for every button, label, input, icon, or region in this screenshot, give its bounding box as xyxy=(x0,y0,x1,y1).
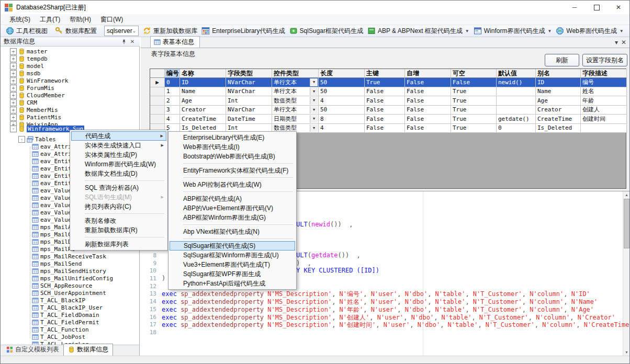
submenu-item-0[interactable]: EnterpriseLibrary代码生成(E) xyxy=(170,133,295,142)
submenu-item-6[interactable]: Web API控制器代码生成(W) xyxy=(170,180,295,189)
maximize-button[interactable] xyxy=(586,1,608,14)
grid-cell[interactable]: ID xyxy=(180,78,226,87)
sidebar-item-table-11[interactable]: mps_MailAt xyxy=(32,223,75,231)
grid-cell[interactable]: 创建时间 xyxy=(581,115,627,124)
grid-cell[interactable]: Int xyxy=(226,96,272,106)
sidebar-item-table-23[interactable]: T_ACL_FieldDomain xyxy=(32,311,99,318)
sidebar-item-msdb[interactable]: +msdb xyxy=(10,70,41,77)
refresh-button[interactable]: 刷新 xyxy=(545,54,579,66)
sidebar-item-table-7[interactable]: eav_Value_ xyxy=(32,194,75,201)
sidebar-item-table-21[interactable]: T_ACL_BlackIP xyxy=(32,297,85,304)
grid-header-9[interactable]: 默认值 xyxy=(497,69,536,78)
grid-header-selector[interactable] xyxy=(150,69,165,78)
grid-header-6[interactable]: 主键 xyxy=(365,69,405,78)
submenu-item-1[interactable]: Web界面代码生成(I) xyxy=(170,142,295,152)
sidebar-item-table-16[interactable]: mps_MailSend xyxy=(32,260,82,267)
grid-cell[interactable]: NVarChar xyxy=(226,106,272,115)
sidebar-item-table-5[interactable]: eav_Entity xyxy=(32,179,75,187)
grid-cell[interactable]: Age xyxy=(536,96,581,106)
grid-cell[interactable]: 单行文本▼ xyxy=(272,78,319,87)
sidebar-item-table-2[interactable]: eav_Entity xyxy=(32,157,75,165)
cell-dropdown-button[interactable]: ▼ xyxy=(310,115,318,123)
submenu-item-18[interactable]: Python+FastApi后端代码生成 xyxy=(170,279,295,288)
grid-cell[interactable]: False xyxy=(405,96,451,106)
sidebar-item-table-1[interactable]: eav_Attrib xyxy=(32,150,75,157)
grid-cell[interactable] xyxy=(581,124,627,133)
context-menu-item-4[interactable]: 数据库文档生成(D) xyxy=(71,169,166,178)
cell-dropdown-button[interactable]: ▼ xyxy=(310,124,318,132)
context-menu-item-1[interactable]: 实体类生成快速入口▶ xyxy=(71,141,166,150)
sidebar-item-table-19[interactable]: SCH_AppResource xyxy=(32,282,92,289)
context-menu-item-3[interactable]: Winform界面代码生成(W) xyxy=(71,160,166,169)
context-menu-item-2[interactable]: 实体类属性生成(P) xyxy=(71,150,166,160)
sidebar-item-table-6[interactable]: eav_Value_ xyxy=(32,187,75,194)
grid-cell[interactable]: 0 xyxy=(497,124,536,133)
grid-cell[interactable]: False xyxy=(405,115,451,124)
sidebar-item-table-25[interactable]: T_ACL_Function xyxy=(32,326,89,333)
sidebar-item-tables[interactable]: -Tables xyxy=(18,135,56,143)
grid-cell[interactable]: True xyxy=(451,115,497,124)
submenu-item-4[interactable]: EntityFramework实体框架代码生成(F) xyxy=(170,166,295,175)
grid-row-selector[interactable] xyxy=(150,87,165,97)
sidebar-item-table-26[interactable]: T_ACL_JobPost xyxy=(32,333,85,340)
grid-cell[interactable]: 4 xyxy=(165,115,180,124)
grid-cell[interactable]: True xyxy=(365,78,405,87)
scrollbar-thumb[interactable] xyxy=(624,199,629,248)
toolbar-web-button[interactable]: Web界面代码生成 ▼ xyxy=(554,26,625,36)
grid-cell[interactable]: 姓名 xyxy=(581,87,627,97)
grid-cell[interactable]: 数值类型▼ xyxy=(272,96,319,106)
grid-cell[interactable]: False xyxy=(451,78,497,87)
grid-cell[interactable]: False xyxy=(405,78,451,87)
dropdown-arrow-icon[interactable]: ▼ xyxy=(547,29,552,33)
grid-cell[interactable]: DateTime xyxy=(226,115,272,124)
grid-cell[interactable]: Creator xyxy=(180,106,226,115)
close-button[interactable]: ✕ xyxy=(608,1,629,14)
context-menu-item-11[interactable]: 重新加载数据库(R) xyxy=(71,225,166,235)
sidebar-item-ForumMis[interactable]: +ForumMis xyxy=(10,84,54,92)
context-menu-item-10[interactable]: 表别名修改 xyxy=(71,216,166,225)
grid-row-selector[interactable] xyxy=(150,106,165,115)
sidebar-item-tempdb[interactable]: +tempdb xyxy=(10,55,48,62)
grid-cell[interactable]: getdate() xyxy=(497,115,536,124)
sidebar-item-table-22[interactable]: T_ACL_BlackIP_User xyxy=(32,304,103,311)
toolbar-sqlsugar-button[interactable]: SqlSugar框架代码生成 xyxy=(287,26,365,36)
toolbar-abp-button[interactable]: ABP & ABPNext 框架代码生成 ▼ xyxy=(365,26,471,36)
grid-cell[interactable]: 2 xyxy=(165,96,180,106)
grid-cell[interactable]: True xyxy=(451,106,497,115)
tab-table-basic-info[interactable]: 表基本信息 xyxy=(150,36,200,48)
editor-vertical-scrollbar[interactable]: ▲ ▼ xyxy=(623,191,630,356)
grid-cell[interactable]: False xyxy=(365,124,405,133)
dock-tab-1[interactable]: 数据库信息 xyxy=(63,344,113,356)
grid-cell[interactable]: ID xyxy=(536,78,581,87)
grid-cell[interactable]: 年龄 xyxy=(581,96,627,106)
grid-cell[interactable]: Name xyxy=(536,87,581,97)
grid-cell[interactable]: False xyxy=(405,106,451,115)
submenu-item-2[interactable]: Bootstrap的Web界面代码生成(B) xyxy=(170,152,295,161)
menubar-item-2[interactable]: 帮助(H) xyxy=(65,14,96,25)
grid-cell[interactable]: 3 xyxy=(165,106,180,115)
grid-cell[interactable]: Name xyxy=(180,87,226,97)
toolbar-dbconfig-button[interactable]: 数据库配置 xyxy=(53,26,99,36)
sidebar-item-model[interactable]: +model xyxy=(10,62,44,70)
minimize-button[interactable]: ─ xyxy=(564,1,586,14)
grid-cell[interactable]: CreateTime xyxy=(180,115,226,124)
database-type-combobox[interactable]: sqlserver ⌄ xyxy=(104,26,139,36)
toolbar-entlib-button[interactable]: EnterpriseLibrary代码生成 xyxy=(199,26,287,36)
sidebar-item-table-0[interactable]: eav_Attrib xyxy=(32,143,75,150)
tab-list-chevron-icon[interactable]: ▾ xyxy=(615,39,618,46)
grid-header-2[interactable]: 名称 xyxy=(180,69,226,78)
scroll-up-arrow-icon[interactable]: ▲ xyxy=(623,191,630,198)
sidebar-item-CloudMember[interactable]: +CloudMember xyxy=(10,92,65,99)
grid-cell[interactable]: False xyxy=(365,115,405,124)
grid-cell[interactable]: True xyxy=(451,87,497,97)
grid-header-11[interactable]: 字段描述 xyxy=(581,69,627,78)
cell-dropdown-button[interactable]: ▼ xyxy=(310,78,318,86)
grid-cell[interactable]: 日期类型▼ xyxy=(272,115,319,124)
grid-cell[interactable]: NVarChar xyxy=(226,87,272,97)
grid-cell[interactable]: 4 xyxy=(319,96,365,106)
toolbar-winform-button[interactable]: Winform界面代码生成 ▼ xyxy=(471,26,554,36)
submenu-item-17[interactable]: SqlSugar框架WPF界面生成 xyxy=(170,269,295,279)
grid-cell[interactable]: 单行文本▼ xyxy=(272,106,319,115)
submenu-item-15[interactable]: SqlSugar框架Winform界面生成(U) xyxy=(170,251,295,260)
grid-cell[interactable]: False xyxy=(365,96,405,106)
